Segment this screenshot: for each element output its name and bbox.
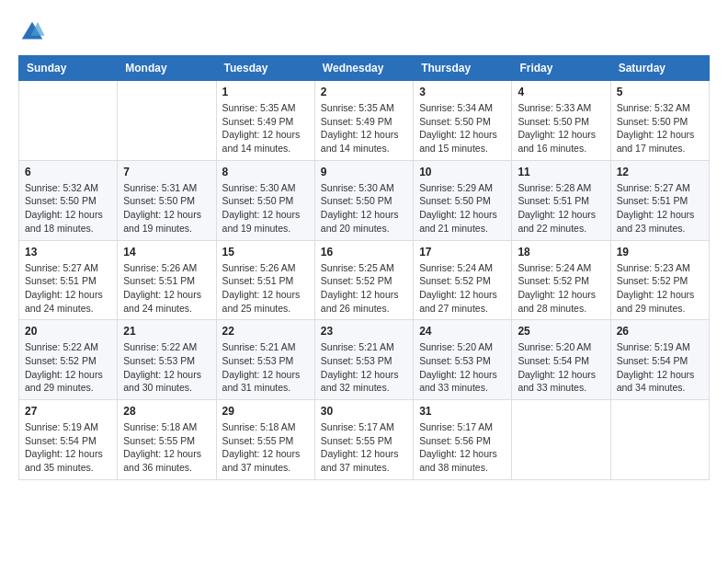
day-number: 25 <box>518 325 604 338</box>
calendar-week-row: 27Sunrise: 5:19 AMSunset: 5:54 PMDayligh… <box>19 400 710 480</box>
day-number: 3 <box>419 86 506 98</box>
day-number: 8 <box>222 166 309 178</box>
calendar-header-row: SundayMondayTuesdayWednesdayThursdayFrid… <box>19 56 710 81</box>
calendar-cell: 29Sunrise: 5:18 AMSunset: 5:55 PMDayligh… <box>216 400 314 480</box>
calendar-cell: 19Sunrise: 5:23 AMSunset: 5:52 PMDayligh… <box>610 240 709 320</box>
calendar-cell <box>610 400 709 480</box>
calendar-table: SundayMondayTuesdayWednesdayThursdayFrid… <box>18 55 710 480</box>
day-of-week-header: Tuesday <box>216 56 314 81</box>
day-info: Sunrise: 5:18 AMSunset: 5:55 PMDaylight:… <box>123 420 210 475</box>
day-number: 31 <box>419 405 506 418</box>
calendar-cell: 21Sunrise: 5:22 AMSunset: 5:53 PMDayligh… <box>118 320 216 400</box>
day-of-week-header: Wednesday <box>314 56 413 81</box>
calendar-cell: 12Sunrise: 5:27 AMSunset: 5:51 PMDayligh… <box>610 160 709 240</box>
day-info: Sunrise: 5:31 AMSunset: 5:50 PMDaylight:… <box>123 181 210 236</box>
day-info: Sunrise: 5:33 AMSunset: 5:50 PMDaylight:… <box>518 101 604 155</box>
day-info: Sunrise: 5:26 AMSunset: 5:51 PMDaylight:… <box>222 261 309 316</box>
calendar-cell <box>118 81 216 161</box>
calendar-cell: 24Sunrise: 5:20 AMSunset: 5:53 PMDayligh… <box>414 320 512 400</box>
day-number: 4 <box>518 86 604 98</box>
calendar-cell: 15Sunrise: 5:26 AMSunset: 5:51 PMDayligh… <box>216 240 314 320</box>
day-info: Sunrise: 5:17 AMSunset: 5:55 PMDaylight:… <box>321 420 407 475</box>
calendar-cell: 3Sunrise: 5:34 AMSunset: 5:50 PMDaylight… <box>414 81 512 161</box>
calendar-cell: 1Sunrise: 5:35 AMSunset: 5:49 PMDaylight… <box>216 81 314 161</box>
day-info: Sunrise: 5:22 AMSunset: 5:53 PMDaylight:… <box>123 340 210 395</box>
calendar-cell: 2Sunrise: 5:35 AMSunset: 5:49 PMDaylight… <box>314 81 413 161</box>
day-of-week-header: Monday <box>118 56 216 81</box>
calendar-cell: 17Sunrise: 5:24 AMSunset: 5:52 PMDayligh… <box>414 240 512 320</box>
calendar-cell: 5Sunrise: 5:32 AMSunset: 5:50 PMDaylight… <box>610 81 709 161</box>
day-number: 6 <box>25 166 111 178</box>
calendar-cell: 30Sunrise: 5:17 AMSunset: 5:55 PMDayligh… <box>314 400 413 480</box>
day-info: Sunrise: 5:29 AMSunset: 5:50 PMDaylight:… <box>419 181 506 236</box>
day-info: Sunrise: 5:28 AMSunset: 5:51 PMDaylight:… <box>518 181 604 236</box>
calendar-week-row: 20Sunrise: 5:22 AMSunset: 5:52 PMDayligh… <box>19 320 710 400</box>
day-info: Sunrise: 5:24 AMSunset: 5:52 PMDaylight:… <box>419 261 506 316</box>
day-info: Sunrise: 5:19 AMSunset: 5:54 PMDaylight:… <box>617 340 703 395</box>
day-info: Sunrise: 5:30 AMSunset: 5:50 PMDaylight:… <box>222 181 309 236</box>
calendar-cell: 6Sunrise: 5:32 AMSunset: 5:50 PMDaylight… <box>19 160 118 240</box>
day-of-week-header: Sunday <box>19 56 118 81</box>
day-number: 1 <box>222 86 309 98</box>
day-number: 17 <box>419 246 506 259</box>
day-number: 12 <box>617 166 703 178</box>
calendar-cell: 27Sunrise: 5:19 AMSunset: 5:54 PMDayligh… <box>19 400 118 480</box>
day-number: 19 <box>617 246 703 259</box>
day-info: Sunrise: 5:32 AMSunset: 5:50 PMDaylight:… <box>617 101 703 155</box>
calendar-week-row: 6Sunrise: 5:32 AMSunset: 5:50 PMDaylight… <box>19 160 710 240</box>
calendar-cell: 9Sunrise: 5:30 AMSunset: 5:50 PMDaylight… <box>314 160 413 240</box>
logo-icon <box>18 18 46 46</box>
day-number: 2 <box>321 86 407 98</box>
day-info: Sunrise: 5:25 AMSunset: 5:52 PMDaylight:… <box>321 261 407 316</box>
day-info: Sunrise: 5:35 AMSunset: 5:49 PMDaylight:… <box>222 101 309 155</box>
calendar-cell: 10Sunrise: 5:29 AMSunset: 5:50 PMDayligh… <box>414 160 512 240</box>
day-number: 28 <box>123 405 210 418</box>
day-number: 20 <box>25 325 111 338</box>
day-number: 15 <box>222 246 309 259</box>
logo <box>18 18 50 46</box>
day-info: Sunrise: 5:21 AMSunset: 5:53 PMDaylight:… <box>222 340 309 395</box>
day-number: 29 <box>222 405 309 418</box>
calendar-cell: 4Sunrise: 5:33 AMSunset: 5:50 PMDaylight… <box>512 81 610 161</box>
day-number: 14 <box>123 246 210 259</box>
day-number: 9 <box>321 166 407 178</box>
calendar-cell: 14Sunrise: 5:26 AMSunset: 5:51 PMDayligh… <box>118 240 216 320</box>
day-number: 22 <box>222 325 309 338</box>
day-number: 21 <box>123 325 210 338</box>
calendar-cell: 28Sunrise: 5:18 AMSunset: 5:55 PMDayligh… <box>118 400 216 480</box>
day-info: Sunrise: 5:27 AMSunset: 5:51 PMDaylight:… <box>25 261 111 316</box>
calendar-cell: 31Sunrise: 5:17 AMSunset: 5:56 PMDayligh… <box>414 400 512 480</box>
day-number: 24 <box>419 325 506 338</box>
day-info: Sunrise: 5:35 AMSunset: 5:49 PMDaylight:… <box>321 101 407 155</box>
calendar-cell: 18Sunrise: 5:24 AMSunset: 5:52 PMDayligh… <box>512 240 610 320</box>
day-info: Sunrise: 5:20 AMSunset: 5:53 PMDaylight:… <box>419 340 506 395</box>
day-info: Sunrise: 5:21 AMSunset: 5:53 PMDaylight:… <box>321 340 407 395</box>
day-info: Sunrise: 5:27 AMSunset: 5:51 PMDaylight:… <box>617 181 703 236</box>
day-info: Sunrise: 5:24 AMSunset: 5:52 PMDaylight:… <box>518 261 604 316</box>
calendar-cell: 20Sunrise: 5:22 AMSunset: 5:52 PMDayligh… <box>19 320 118 400</box>
calendar-cell: 25Sunrise: 5:20 AMSunset: 5:54 PMDayligh… <box>512 320 610 400</box>
day-info: Sunrise: 5:20 AMSunset: 5:54 PMDaylight:… <box>518 340 604 395</box>
day-number: 27 <box>25 405 111 418</box>
day-info: Sunrise: 5:18 AMSunset: 5:55 PMDaylight:… <box>222 420 309 475</box>
day-number: 18 <box>518 246 604 259</box>
day-number: 7 <box>123 166 210 178</box>
day-info: Sunrise: 5:26 AMSunset: 5:51 PMDaylight:… <box>123 261 210 316</box>
calendar-cell: 26Sunrise: 5:19 AMSunset: 5:54 PMDayligh… <box>610 320 709 400</box>
day-of-week-header: Thursday <box>414 56 512 81</box>
calendar-cell: 11Sunrise: 5:28 AMSunset: 5:51 PMDayligh… <box>512 160 610 240</box>
day-of-week-header: Friday <box>512 56 610 81</box>
day-number: 13 <box>25 246 111 259</box>
calendar-cell: 8Sunrise: 5:30 AMSunset: 5:50 PMDaylight… <box>216 160 314 240</box>
day-info: Sunrise: 5:19 AMSunset: 5:54 PMDaylight:… <box>25 420 111 475</box>
day-number: 5 <box>617 86 703 98</box>
calendar-week-row: 1Sunrise: 5:35 AMSunset: 5:49 PMDaylight… <box>19 81 710 161</box>
day-of-week-header: Saturday <box>610 56 709 81</box>
day-info: Sunrise: 5:30 AMSunset: 5:50 PMDaylight:… <box>321 181 407 236</box>
calendar-cell: 22Sunrise: 5:21 AMSunset: 5:53 PMDayligh… <box>216 320 314 400</box>
calendar-week-row: 13Sunrise: 5:27 AMSunset: 5:51 PMDayligh… <box>19 240 710 320</box>
day-number: 23 <box>321 325 407 338</box>
calendar-cell: 16Sunrise: 5:25 AMSunset: 5:52 PMDayligh… <box>314 240 413 320</box>
page-header <box>18 18 710 46</box>
day-info: Sunrise: 5:32 AMSunset: 5:50 PMDaylight:… <box>25 181 111 236</box>
